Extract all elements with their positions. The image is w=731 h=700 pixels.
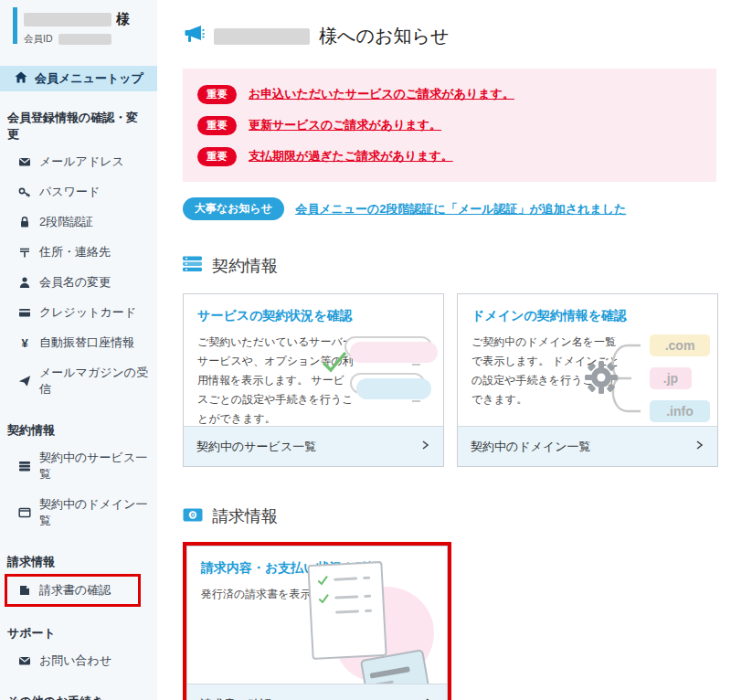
sidebar-section-support: サポート (7, 625, 150, 642)
sidebar-item-label: メールアドレス (39, 154, 124, 170)
footer-label: 契約中のドメイン一覧 (471, 439, 591, 455)
paper-plane-icon (18, 375, 31, 387)
card-title: サービスの契約状況を確認 (197, 308, 430, 324)
alert-row: 重要 支払期限が過ぎたご請求があります。 (197, 141, 702, 172)
member-menu-page: 様 会員ID 会員メニュートップ 会員登録情報の確認・変更 メールアドレス (0, 0, 731, 700)
member-info: 様 会員ID (0, 0, 157, 55)
sidebar-section-billing: 請求情報 (7, 554, 150, 570)
domain-list-link[interactable]: 契約中のドメイン一覧 (458, 426, 717, 466)
banknote-icon: 0 (183, 507, 203, 526)
sidebar-item-label: お問い合わせ (39, 652, 111, 669)
member-name-suffix: 様 (116, 11, 130, 28)
sidebar-item-label: メールマガジンの受信 (39, 365, 154, 398)
section-title: 契約情報 (212, 255, 278, 277)
service-list-link[interactable]: 契約中のサービス一覧 (184, 426, 443, 466)
notice-badge: 大事なお知らせ (183, 197, 284, 220)
checkmark-icon (321, 349, 348, 375)
mail-icon (18, 654, 31, 667)
redacted-member-id (58, 34, 111, 45)
redacted-member-name (214, 28, 310, 45)
billing-card: 請求内容・お支払い状況を確認 発行済の請求書を表示します。 (186, 546, 448, 700)
sidebar-item-mail-magazine[interactable]: メールマガジンの受信 (0, 357, 157, 404)
lock-icon (18, 216, 31, 228)
sidebar-item-menu-top[interactable]: 会員メニュートップ (0, 66, 157, 91)
sidebar-item-password[interactable]: パスワード (0, 176, 157, 207)
alert-row: 重要 お申込いただいたサービスのご請求があります。 (197, 79, 702, 110)
accent-bar (13, 7, 17, 44)
card-body: 請求内容・お支払い状況を確認 発行済の請求書を表示します。 (187, 546, 447, 684)
sidebar-item-service-list[interactable]: 契約中のサービス一覧 (0, 442, 157, 489)
sidebar-item-label: 請求書の確認 (39, 582, 111, 599)
sidebar-section-registration: 会員登録情報の確認・変更 (7, 110, 150, 143)
highlight-annotation: 請求内容・お支払い状況を確認 発行済の請求書を表示します。 (183, 542, 451, 700)
megaphone-icon (183, 24, 205, 48)
card-title: ドメインの契約情報を確認 (471, 308, 705, 324)
page-title: 様へのお知らせ (183, 24, 718, 48)
sidebar-item-label: 契約中のサービス一覧 (39, 450, 154, 483)
sidebar-item-label: 2段階認証 (39, 214, 93, 230)
alert-row: 重要 更新サービスのご請求があります。 (197, 110, 702, 141)
person-icon (18, 276, 31, 289)
redacted-member-name (24, 13, 111, 27)
sidebar-section-other: その他のお手続き (7, 694, 150, 700)
invoice-document (307, 561, 387, 660)
card-body: ドメインの契約情報を確認 ご契約中のドメイン名を一覧で表示します。 ドメインごと… (458, 294, 717, 426)
sidebar-item-address[interactable]: 住所・連絡先 (0, 237, 157, 267)
main-content: 様へのお知らせ 重要 お申込いただいたサービスのご請求があります。 重要 更新サ… (157, 0, 731, 700)
sidebar-item-member-name[interactable]: 会員名の変更 (0, 267, 157, 297)
sidebar-item-label: パスワード (39, 184, 100, 200)
sidebar: 様 会員ID 会員メニュートップ 会員登録情報の確認・変更 メールアドレス (0, 0, 157, 700)
member-id-label: 会員ID (24, 33, 53, 46)
invoice-check-link[interactable]: 請求書の確認 (187, 684, 447, 700)
service-contract-card: サービスの契約状況を確認 ご契約いただいているサーバーサービスや、オプション等の… (183, 293, 444, 467)
sidebar-item-contact[interactable]: お問い合わせ (0, 645, 157, 675)
sidebar-item-label: 契約中のドメイン一覧 (39, 496, 154, 529)
domain-pill-com: .com (650, 334, 710, 356)
alert-link-new-service-invoice[interactable]: お申込いただいたサービスのご請求があります。 (249, 86, 514, 102)
server-list-icon (18, 460, 31, 472)
yen-icon: ¥ (18, 336, 31, 349)
mail-icon (18, 155, 31, 168)
importance-badge: 重要 (197, 116, 237, 135)
important-alerts: 重要 お申込いただいたサービスのご請求があります。 重要 更新サービスのご請求が… (183, 69, 716, 182)
sidebar-item-bank-account[interactable]: ¥ 自動振替口座情報 (0, 327, 157, 357)
sidebar-item-label: 自動振替口座情報 (39, 334, 134, 351)
importance-badge: 重要 (197, 85, 237, 104)
domain-pill-info: .info (650, 400, 710, 422)
svg-text:0: 0 (191, 511, 196, 519)
card-body: サービスの契約状況を確認 ご契約いただいているサーバーサービスや、オプション等の… (184, 294, 443, 426)
footer-label: 請求書の確認 (200, 696, 271, 700)
sidebar-item-label: クレジットカード (39, 304, 136, 321)
sidebar-item-two-factor[interactable]: 2段階認証 (0, 207, 157, 237)
alert-link-renewal-invoice[interactable]: 更新サービスのご請求があります。 (249, 117, 441, 133)
sidebar-item-mail-address[interactable]: メールアドレス (0, 146, 157, 176)
sidebar-item-label: 住所・連絡先 (39, 244, 111, 260)
invoice-icon (18, 584, 31, 597)
home-icon (15, 71, 27, 86)
svg-text:¥: ¥ (21, 336, 28, 349)
chevron-right-icon (694, 440, 705, 453)
important-notice: 大事なお知らせ 会員メニューの2段階認証に「メール認証」が追加されました (183, 197, 718, 220)
chevron-right-icon (419, 440, 430, 453)
browser-window-icon (18, 506, 31, 519)
domain-contract-card: ドメインの契約情報を確認 ご契約中のドメイン名を一覧で表示します。 ドメインごと… (457, 293, 718, 467)
notice-link-two-factor-mail-auth[interactable]: 会員メニューの2段階認証に「メール認証」が追加されました (295, 201, 626, 217)
sidebar-item-credit-card[interactable]: クレジットカード (0, 297, 157, 327)
footer-label: 契約中のサービス一覧 (196, 439, 316, 455)
invoice-illustration (293, 563, 440, 684)
postal-mark-icon (18, 246, 31, 259)
alert-link-overdue-invoice[interactable]: 支払期限が過ぎたご請求があります。 (249, 148, 453, 164)
contract-section-header: 契約情報 (183, 255, 718, 277)
sidebar-item-invoice-check[interactable]: 請求書の確認 (5, 574, 141, 607)
sidebar-item-label: 会員名の変更 (39, 274, 111, 291)
importance-badge: 重要 (197, 147, 237, 166)
domain-illustration: .com .jp .info (584, 329, 712, 426)
sidebar-item-domain-list[interactable]: 契約中のドメイン一覧 (0, 489, 157, 536)
sidebar-item-label: 会員メニュートップ (35, 70, 143, 87)
key-icon (18, 186, 31, 198)
credit-card-icon (18, 306, 31, 319)
server-stack-icon (183, 256, 203, 277)
domain-pill-jp: .jp (650, 367, 692, 389)
service-list-illustration (324, 336, 440, 415)
billing-section-header: 0 請求情報 (183, 505, 718, 527)
